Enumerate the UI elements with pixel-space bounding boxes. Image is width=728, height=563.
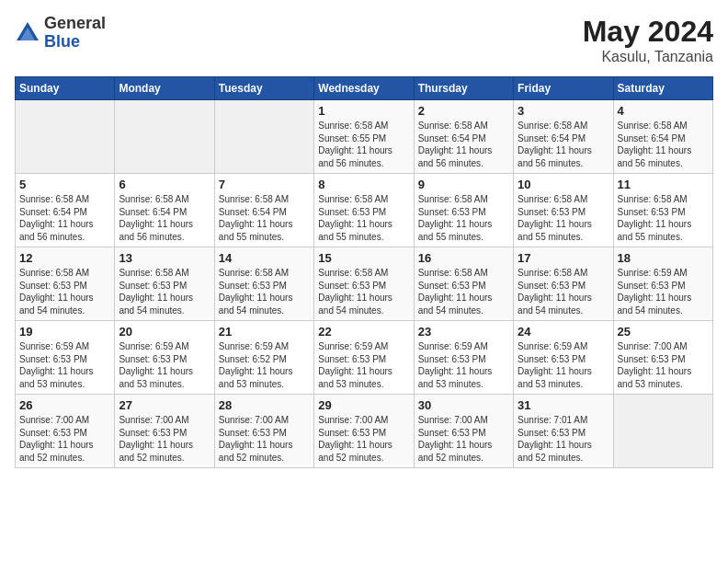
day-info: Sunrise: 6:58 AM Sunset: 6:53 PM Dayligh… bbox=[418, 267, 509, 316]
day-number: 31 bbox=[518, 398, 609, 412]
day-info: Sunrise: 6:58 AM Sunset: 6:54 PM Dayligh… bbox=[219, 193, 310, 243]
day-info: Sunrise: 6:59 AM Sunset: 6:53 PM Dayligh… bbox=[318, 340, 409, 390]
calendar-cell: 19Sunrise: 6:59 AM Sunset: 6:53 PM Dayli… bbox=[16, 321, 115, 395]
day-number: 11 bbox=[618, 178, 709, 191]
day-info: Sunrise: 6:58 AM Sunset: 6:53 PM Dayligh… bbox=[19, 267, 110, 316]
day-info: Sunrise: 7:00 AM Sunset: 6:53 PM Dayligh… bbox=[618, 340, 709, 390]
day-number: 16 bbox=[418, 251, 509, 265]
day-number: 13 bbox=[119, 251, 210, 265]
day-number: 23 bbox=[418, 325, 509, 339]
day-info: Sunrise: 6:59 AM Sunset: 6:53 PM Dayligh… bbox=[418, 340, 509, 390]
day-number: 27 bbox=[119, 398, 210, 412]
week-row-1: 1Sunrise: 6:58 AM Sunset: 6:55 PM Daylig… bbox=[16, 100, 713, 174]
calendar-cell: 18Sunrise: 6:59 AM Sunset: 6:53 PM Dayli… bbox=[613, 247, 712, 321]
calendar-cell: 8Sunrise: 6:58 AM Sunset: 6:53 PM Daylig… bbox=[314, 174, 414, 247]
day-info: Sunrise: 7:00 AM Sunset: 6:53 PM Dayligh… bbox=[19, 414, 110, 464]
day-number: 17 bbox=[518, 251, 609, 265]
week-row-2: 5Sunrise: 6:58 AM Sunset: 6:54 PM Daylig… bbox=[16, 174, 713, 247]
calendar-cell: 3Sunrise: 6:58 AM Sunset: 6:54 PM Daylig… bbox=[514, 100, 613, 174]
day-info: Sunrise: 6:58 AM Sunset: 6:53 PM Dayligh… bbox=[618, 193, 709, 243]
day-info: Sunrise: 6:59 AM Sunset: 6:53 PM Dayligh… bbox=[19, 340, 110, 390]
day-number: 28 bbox=[219, 398, 310, 412]
day-number: 29 bbox=[318, 398, 409, 412]
calendar-cell: 27Sunrise: 7:00 AM Sunset: 6:53 PM Dayli… bbox=[115, 395, 214, 468]
logo-text: General Blue bbox=[44, 15, 106, 52]
day-number: 14 bbox=[219, 251, 310, 265]
day-number: 12 bbox=[19, 251, 110, 265]
day-info: Sunrise: 6:58 AM Sunset: 6:53 PM Dayligh… bbox=[418, 193, 509, 243]
day-info: Sunrise: 7:01 AM Sunset: 6:53 PM Dayligh… bbox=[518, 414, 609, 464]
day-info: Sunrise: 6:58 AM Sunset: 6:54 PM Dayligh… bbox=[518, 120, 609, 169]
location-subtitle: Kasulu, Tanzania bbox=[583, 49, 713, 65]
calendar-cell: 4Sunrise: 6:58 AM Sunset: 6:54 PM Daylig… bbox=[613, 100, 712, 174]
calendar-cell: 28Sunrise: 7:00 AM Sunset: 6:53 PM Dayli… bbox=[214, 395, 313, 468]
logo-general-text: General bbox=[44, 15, 106, 33]
day-info: Sunrise: 6:58 AM Sunset: 6:53 PM Dayligh… bbox=[318, 267, 409, 316]
calendar-cell: 29Sunrise: 7:00 AM Sunset: 6:53 PM Dayli… bbox=[314, 395, 414, 468]
day-info: Sunrise: 7:00 AM Sunset: 6:53 PM Dayligh… bbox=[318, 414, 409, 464]
day-info: Sunrise: 6:58 AM Sunset: 6:54 PM Dayligh… bbox=[418, 120, 509, 169]
day-info: Sunrise: 6:58 AM Sunset: 6:53 PM Dayligh… bbox=[119, 267, 210, 316]
calendar-cell: 12Sunrise: 6:58 AM Sunset: 6:53 PM Dayli… bbox=[16, 247, 115, 321]
calendar-cell: 17Sunrise: 6:58 AM Sunset: 6:53 PM Dayli… bbox=[514, 247, 613, 321]
day-number: 25 bbox=[618, 325, 709, 339]
header-row: SundayMondayTuesdayWednesdayThursdayFrid… bbox=[16, 77, 713, 100]
header-day-sunday: Sunday bbox=[16, 77, 115, 100]
week-row-5: 26Sunrise: 7:00 AM Sunset: 6:53 PM Dayli… bbox=[16, 395, 713, 468]
calendar-body: 1Sunrise: 6:58 AM Sunset: 6:55 PM Daylig… bbox=[16, 100, 713, 468]
day-info: Sunrise: 6:58 AM Sunset: 6:54 PM Dayligh… bbox=[119, 193, 210, 243]
day-info: Sunrise: 7:00 AM Sunset: 6:53 PM Dayligh… bbox=[219, 414, 310, 464]
day-number: 2 bbox=[418, 104, 509, 118]
day-number: 22 bbox=[318, 325, 409, 339]
calendar-table: SundayMondayTuesdayWednesdayThursdayFrid… bbox=[15, 76, 713, 468]
header-day-tuesday: Tuesday bbox=[214, 77, 313, 100]
calendar-cell bbox=[214, 100, 313, 174]
day-number: 7 bbox=[219, 178, 310, 191]
day-number: 9 bbox=[418, 178, 509, 191]
day-info: Sunrise: 6:59 AM Sunset: 6:53 PM Dayligh… bbox=[618, 267, 709, 316]
day-number: 3 bbox=[518, 104, 609, 118]
page-header: General Blue May 2024 Kasulu, Tanzania bbox=[15, 15, 713, 65]
calendar-cell: 11Sunrise: 6:58 AM Sunset: 6:53 PM Dayli… bbox=[613, 174, 712, 247]
day-number: 10 bbox=[518, 178, 609, 191]
calendar-cell: 5Sunrise: 6:58 AM Sunset: 6:54 PM Daylig… bbox=[16, 174, 115, 247]
day-info: Sunrise: 6:58 AM Sunset: 6:53 PM Dayligh… bbox=[318, 193, 409, 243]
day-info: Sunrise: 6:58 AM Sunset: 6:54 PM Dayligh… bbox=[19, 193, 110, 243]
calendar-cell: 16Sunrise: 6:58 AM Sunset: 6:53 PM Dayli… bbox=[414, 247, 513, 321]
day-number: 5 bbox=[19, 178, 110, 191]
logo-blue-text: Blue bbox=[44, 33, 106, 52]
calendar-cell: 6Sunrise: 6:58 AM Sunset: 6:54 PM Daylig… bbox=[115, 174, 214, 247]
day-number: 8 bbox=[318, 178, 409, 191]
calendar-cell: 30Sunrise: 7:00 AM Sunset: 6:53 PM Dayli… bbox=[414, 395, 513, 468]
day-info: Sunrise: 6:59 AM Sunset: 6:53 PM Dayligh… bbox=[119, 340, 210, 390]
header-day-friday: Friday bbox=[514, 77, 613, 100]
calendar-cell: 26Sunrise: 7:00 AM Sunset: 6:53 PM Dayli… bbox=[16, 395, 115, 468]
day-number: 6 bbox=[119, 178, 210, 191]
calendar-cell: 14Sunrise: 6:58 AM Sunset: 6:53 PM Dayli… bbox=[214, 247, 313, 321]
calendar-cell bbox=[16, 100, 115, 174]
day-number: 18 bbox=[618, 251, 709, 265]
day-number: 30 bbox=[418, 398, 509, 412]
day-info: Sunrise: 7:00 AM Sunset: 6:53 PM Dayligh… bbox=[119, 414, 210, 464]
header-day-thursday: Thursday bbox=[414, 77, 513, 100]
calendar-cell bbox=[613, 395, 712, 468]
calendar-cell: 22Sunrise: 6:59 AM Sunset: 6:53 PM Dayli… bbox=[314, 321, 414, 395]
day-info: Sunrise: 6:59 AM Sunset: 6:53 PM Dayligh… bbox=[518, 340, 609, 390]
day-info: Sunrise: 6:58 AM Sunset: 6:55 PM Dayligh… bbox=[318, 120, 409, 169]
title-block: May 2024 Kasulu, Tanzania bbox=[583, 15, 713, 65]
day-info: Sunrise: 7:00 AM Sunset: 6:53 PM Dayligh… bbox=[418, 414, 509, 464]
day-number: 1 bbox=[318, 104, 409, 118]
calendar-cell: 15Sunrise: 6:58 AM Sunset: 6:53 PM Dayli… bbox=[314, 247, 414, 321]
week-row-4: 19Sunrise: 6:59 AM Sunset: 6:53 PM Dayli… bbox=[16, 321, 713, 395]
calendar-cell: 21Sunrise: 6:59 AM Sunset: 6:52 PM Dayli… bbox=[214, 321, 313, 395]
calendar-header: SundayMondayTuesdayWednesdayThursdayFrid… bbox=[16, 77, 713, 100]
day-number: 24 bbox=[518, 325, 609, 339]
day-number: 15 bbox=[318, 251, 409, 265]
calendar-cell: 10Sunrise: 6:58 AM Sunset: 6:53 PM Dayli… bbox=[514, 174, 613, 247]
header-day-saturday: Saturday bbox=[613, 77, 712, 100]
calendar-cell: 7Sunrise: 6:58 AM Sunset: 6:54 PM Daylig… bbox=[214, 174, 313, 247]
month-year-title: May 2024 bbox=[583, 15, 713, 49]
day-number: 19 bbox=[19, 325, 110, 339]
day-number: 4 bbox=[618, 104, 709, 118]
header-day-monday: Monday bbox=[115, 77, 214, 100]
